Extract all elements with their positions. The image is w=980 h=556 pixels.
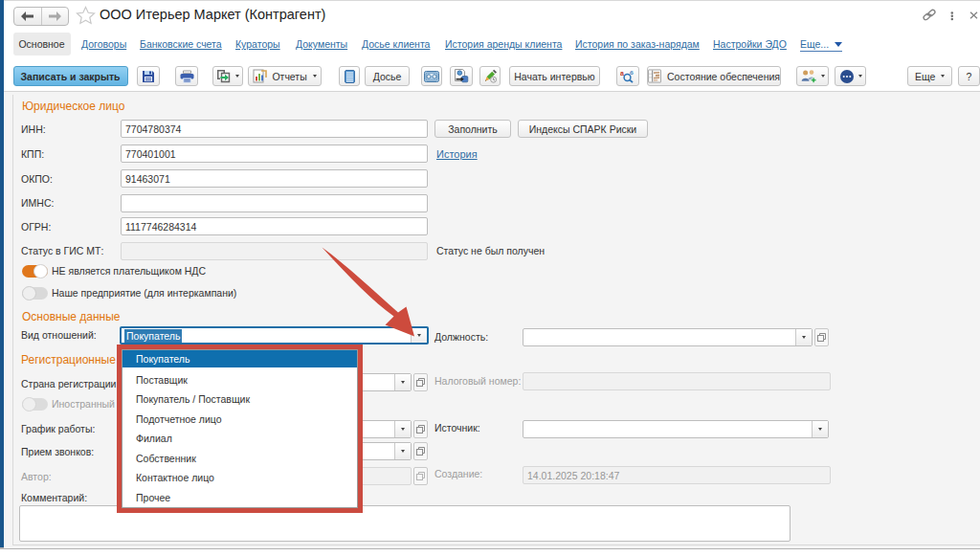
svg-text:a: a — [620, 70, 624, 77]
svg-text:б: б — [630, 70, 634, 76]
